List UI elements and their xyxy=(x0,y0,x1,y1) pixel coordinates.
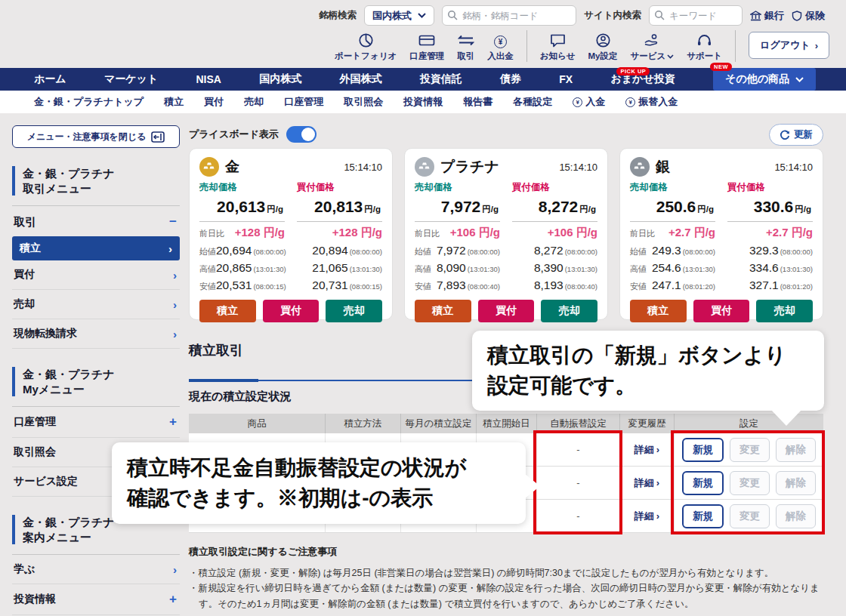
subnav-tsumitate[interactable]: 積立 xyxy=(164,95,184,109)
account-quick-link[interactable]: 口座管理 xyxy=(409,32,444,62)
quote-time: 15:14:10 xyxy=(774,162,813,173)
service-quick-link[interactable]: サービス xyxy=(631,32,675,62)
buy-prev-change: +128 円/g xyxy=(332,226,382,240)
close-menu-label: メニュー・注意事項を閉じる xyxy=(27,131,147,143)
nav-mutual-fund[interactable]: 投資信託 xyxy=(420,72,462,86)
subnav-account[interactable]: 口座管理 xyxy=(284,95,323,109)
support-headset-icon xyxy=(696,32,712,48)
notice-quick-link[interactable]: お知らせ xyxy=(540,32,576,62)
buy-button[interactable]: 買付 xyxy=(478,300,535,322)
nav-domestic-stock[interactable]: 国内株式 xyxy=(259,72,301,86)
sidebar-item-account-mgmt[interactable]: 口座管理 + xyxy=(12,407,180,438)
bank-link[interactable]: 銀行 xyxy=(750,9,784,23)
col-header-start-date: 積立開始日 xyxy=(476,414,536,433)
notes-title: 積立取引設定に関するご注意事項 xyxy=(189,545,831,559)
price-board-header: プライスボード表示 更新 xyxy=(189,124,823,145)
site-search-box xyxy=(649,5,743,26)
service-hand-icon xyxy=(644,32,660,48)
nav-nisa[interactable]: NISA xyxy=(196,73,221,85)
sidebar-item-physical-conversion[interactable]: 現物転換請求 › xyxy=(12,319,180,349)
detail-link[interactable]: 詳細› xyxy=(634,510,659,523)
portfolio-label: ポートフォリオ xyxy=(335,51,397,62)
buy-low: 20,731 xyxy=(312,279,347,291)
logout-button[interactable]: ログアウト › xyxy=(749,32,829,59)
stock-search-input[interactable] xyxy=(442,5,576,26)
nav-omakase[interactable]: PICK UP おまかせ投資 xyxy=(610,72,675,86)
new-button[interactable]: 新規 xyxy=(682,438,724,462)
plus-icon: + xyxy=(169,414,177,430)
auto-transfer-value: - xyxy=(536,467,619,499)
price-board-toggle[interactable] xyxy=(286,126,316,143)
buy-low: 327.1 xyxy=(749,279,779,291)
sell-button[interactable]: 売却 xyxy=(541,300,597,322)
nav-foreign-stock[interactable]: 外国株式 xyxy=(339,72,381,86)
chevron-right-icon: › xyxy=(656,444,659,455)
tsumitate-button[interactable]: 積立 xyxy=(630,300,687,322)
cancel-button[interactable]: 解除 xyxy=(776,504,816,528)
quote-time: 15:14:10 xyxy=(559,162,597,173)
stock-search-box xyxy=(442,5,576,26)
nav-market[interactable]: マーケット xyxy=(104,72,158,86)
sell-price-header: 売却価格 xyxy=(415,181,500,194)
portfolio-quick-link[interactable]: ポートフォリオ xyxy=(335,32,397,62)
subnav-inquiry[interactable]: 取引照会 xyxy=(344,95,383,109)
chevron-right-icon: › xyxy=(173,269,177,282)
sidebar-item-sell[interactable]: 売却 › xyxy=(12,290,180,319)
subnav-buy[interactable]: 買付 xyxy=(204,95,224,109)
plus-icon: + xyxy=(169,592,177,607)
detail-link[interactable]: 詳細› xyxy=(634,443,659,457)
trade-quick-link[interactable]: 取引 xyxy=(457,32,474,62)
chevron-down-icon xyxy=(418,13,426,18)
subnav-settings[interactable]: 各種設定 xyxy=(513,95,552,109)
new-button[interactable]: 新規 xyxy=(682,471,724,495)
buy-high: 334.6 xyxy=(749,261,779,274)
support-quick-link[interactable]: サポート xyxy=(687,32,722,62)
nav-other-products[interactable]: NEW その他の商品 xyxy=(713,68,816,91)
close-menu-button[interactable]: メニュー・注意事項を閉じる xyxy=(12,125,180,148)
top-utility-bar: 銘柄検索 国内株式 サイト内検索 銀行 保険 ポートフォリオ xyxy=(0,0,846,68)
nav-fx[interactable]: FX xyxy=(559,73,573,85)
yen-circle-icon: ¥ xyxy=(573,97,582,107)
subnav-info[interactable]: 投資情報 xyxy=(403,95,443,109)
subnav-deposit[interactable]: ¥入金 xyxy=(573,95,605,109)
refresh-button[interactable]: 更新 xyxy=(769,124,823,146)
cancel-button[interactable]: 解除 xyxy=(776,471,816,495)
subnav-gold-top[interactable]: 金・銀・プラチナトップ xyxy=(34,95,144,109)
divider xyxy=(735,30,736,62)
subnav-transfer-deposit[interactable]: ¥振替入金 xyxy=(625,95,678,109)
my-settings-quick-link[interactable]: My設定 xyxy=(588,32,618,62)
buy-button[interactable]: 買付 xyxy=(693,300,750,322)
sidebar-item-investment-info[interactable]: 投資情報 + xyxy=(12,584,180,615)
deposit-quick-link[interactable]: ¥ 入出金 xyxy=(487,35,514,62)
sell-button[interactable]: 売却 xyxy=(756,300,813,322)
subnav-report[interactable]: 報告書 xyxy=(463,95,492,109)
buy-button[interactable]: 買付 xyxy=(263,300,320,322)
change-button[interactable]: 変更 xyxy=(730,504,770,528)
change-button[interactable]: 変更 xyxy=(730,471,770,495)
sell-low: 20,531 xyxy=(216,279,252,291)
change-button[interactable]: 変更 xyxy=(730,438,770,462)
col-header-monthly: 毎月の積立設定 xyxy=(400,414,476,433)
nav-home[interactable]: ホーム xyxy=(34,72,66,86)
sidebar-item-buy[interactable]: 買付 › xyxy=(12,260,180,290)
sidebar-item-tsumitate[interactable]: 積立 › xyxy=(12,236,180,260)
stock-search-category-select[interactable]: 国内株式 xyxy=(364,5,434,26)
quote-time: 15:14:10 xyxy=(344,162,382,173)
sell-price-header: 売却価格 xyxy=(630,181,715,194)
insurance-link[interactable]: 保険 xyxy=(792,9,825,23)
page-title: 積立取引 xyxy=(189,341,243,359)
price-card-gold: 金 15:14:10 売却価格 20,613円/g 前日比+128 円/g 始値… xyxy=(189,148,393,320)
search-icon xyxy=(654,10,665,20)
detail-link[interactable]: 詳細› xyxy=(634,476,659,490)
sidebar-item-trade[interactable]: 取引 − xyxy=(12,206,180,236)
sidebar-item-learn[interactable]: 学ぶ › xyxy=(12,555,180,584)
sell-button[interactable]: 売却 xyxy=(326,300,382,322)
cancel-button[interactable]: 解除 xyxy=(776,438,816,462)
subnav-sell[interactable]: 売却 xyxy=(244,95,264,109)
tsumitate-button[interactable]: 積立 xyxy=(199,300,256,322)
global-nav: ホーム マーケット NISA 国内株式 外国株式 投資信託 債券 FX PICK… xyxy=(0,68,846,91)
new-button[interactable]: 新規 xyxy=(682,504,724,528)
nav-bond[interactable]: 債券 xyxy=(500,72,521,86)
tsumitate-button[interactable]: 積立 xyxy=(415,300,471,322)
yen-circle-icon: ¥ xyxy=(625,97,635,107)
